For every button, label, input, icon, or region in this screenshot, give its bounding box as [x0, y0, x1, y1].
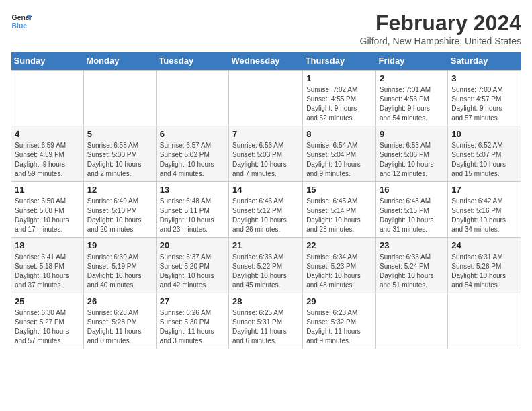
day-info: Sunrise: 6:43 AM Sunset: 5:15 PM Dayligh… [380, 197, 444, 234]
day-number: 3 [451, 73, 517, 83]
calendar-cell: 23Sunrise: 6:33 AM Sunset: 5:24 PM Dayli… [375, 238, 447, 293]
calendar-cell: 6Sunrise: 6:57 AM Sunset: 5:02 PM Daylig… [156, 126, 228, 182]
calendar-cell: 11Sunrise: 6:50 AM Sunset: 5:08 PM Dayli… [11, 182, 84, 238]
day-info: Sunrise: 6:33 AM Sunset: 5:24 PM Dayligh… [380, 253, 444, 290]
calendar-cell: 25Sunrise: 6:30 AM Sunset: 5:27 PM Dayli… [11, 293, 84, 349]
day-number: 2 [380, 73, 444, 83]
day-number: 20 [160, 240, 225, 250]
header-tuesday: Tuesday [156, 52, 228, 71]
subtitle: Gilford, New Hampshire, United States [360, 36, 521, 46]
calendar-cell: 7Sunrise: 6:56 AM Sunset: 5:03 PM Daylig… [229, 126, 303, 182]
calendar-cell [229, 71, 303, 126]
calendar-cell: 15Sunrise: 6:45 AM Sunset: 5:14 PM Dayli… [303, 182, 376, 238]
day-info: Sunrise: 6:34 AM Sunset: 5:23 PM Dayligh… [306, 253, 372, 290]
day-info: Sunrise: 6:36 AM Sunset: 5:22 PM Dayligh… [232, 253, 299, 290]
day-info: Sunrise: 7:00 AM Sunset: 4:57 PM Dayligh… [451, 85, 517, 123]
day-info: Sunrise: 6:56 AM Sunset: 5:03 PM Dayligh… [232, 141, 299, 179]
day-number: 25 [15, 296, 80, 306]
day-number: 13 [160, 185, 225, 195]
calendar-cell: 19Sunrise: 6:39 AM Sunset: 5:19 PM Dayli… [83, 238, 156, 293]
day-info: Sunrise: 6:54 AM Sunset: 5:04 PM Dayligh… [306, 141, 372, 179]
day-number: 11 [15, 185, 80, 195]
week-row-2: 4Sunrise: 6:59 AM Sunset: 4:59 PM Daylig… [11, 126, 521, 182]
day-info: Sunrise: 6:26 AM Sunset: 5:30 PM Dayligh… [160, 308, 225, 346]
day-info: Sunrise: 6:25 AM Sunset: 5:31 PM Dayligh… [232, 308, 299, 346]
day-number: 10 [451, 129, 517, 139]
day-number: 17 [451, 185, 517, 195]
calendar-cell: 17Sunrise: 6:42 AM Sunset: 5:16 PM Dayli… [448, 182, 521, 238]
day-number: 24 [451, 240, 517, 250]
day-info: Sunrise: 6:49 AM Sunset: 5:10 PM Dayligh… [87, 197, 152, 234]
day-number: 4 [15, 129, 80, 139]
calendar-cell: 9Sunrise: 6:53 AM Sunset: 5:06 PM Daylig… [375, 126, 447, 182]
calendar-cell [83, 71, 156, 126]
title-area: February 2024 Gilford, New Hampshire, Un… [360, 11, 521, 46]
header-row: SundayMondayTuesdayWednesdayThursdayFrid… [11, 52, 521, 71]
day-info: Sunrise: 6:23 AM Sunset: 5:32 PM Dayligh… [306, 308, 372, 346]
week-row-4: 18Sunrise: 6:41 AM Sunset: 5:18 PM Dayli… [11, 238, 521, 293]
calendar-cell: 8Sunrise: 6:54 AM Sunset: 5:04 PM Daylig… [303, 126, 376, 182]
day-info: Sunrise: 6:53 AM Sunset: 5:06 PM Dayligh… [380, 141, 444, 179]
day-info: Sunrise: 6:39 AM Sunset: 5:19 PM Dayligh… [87, 253, 152, 290]
day-number: 29 [306, 296, 372, 306]
day-info: Sunrise: 6:42 AM Sunset: 5:16 PM Dayligh… [451, 197, 517, 234]
day-info: Sunrise: 6:50 AM Sunset: 5:08 PM Dayligh… [15, 197, 80, 234]
day-info: Sunrise: 6:45 AM Sunset: 5:14 PM Dayligh… [306, 197, 372, 234]
day-number: 5 [87, 129, 152, 139]
header-monday: Monday [83, 52, 156, 71]
day-number: 26 [87, 296, 152, 306]
calendar-cell [375, 293, 447, 349]
day-number: 19 [87, 240, 152, 250]
main-title: February 2024 [360, 11, 521, 36]
day-info: Sunrise: 6:59 AM Sunset: 4:59 PM Dayligh… [15, 141, 80, 179]
day-info: Sunrise: 6:31 AM Sunset: 5:26 PM Dayligh… [451, 253, 517, 290]
week-row-1: 1Sunrise: 7:02 AM Sunset: 4:55 PM Daylig… [11, 71, 521, 126]
calendar-cell: 16Sunrise: 6:43 AM Sunset: 5:15 PM Dayli… [375, 182, 447, 238]
day-info: Sunrise: 6:48 AM Sunset: 5:11 PM Dayligh… [160, 197, 225, 234]
day-number: 28 [232, 296, 299, 306]
calendar-table: SundayMondayTuesdayWednesdayThursdayFrid… [11, 52, 521, 349]
day-info: Sunrise: 6:58 AM Sunset: 5:00 PM Dayligh… [87, 141, 152, 179]
calendar-cell: 13Sunrise: 6:48 AM Sunset: 5:11 PM Dayli… [156, 182, 228, 238]
logo: General Blue [11, 11, 32, 32]
logo-icon: General Blue [11, 11, 32, 32]
week-row-5: 25Sunrise: 6:30 AM Sunset: 5:27 PM Dayli… [11, 293, 521, 349]
calendar-cell: 14Sunrise: 6:46 AM Sunset: 5:12 PM Dayli… [229, 182, 303, 238]
day-info: Sunrise: 6:52 AM Sunset: 5:07 PM Dayligh… [451, 141, 517, 179]
calendar-cell [156, 71, 228, 126]
header-thursday: Thursday [303, 52, 376, 71]
calendar-cell: 12Sunrise: 6:49 AM Sunset: 5:10 PM Dayli… [83, 182, 156, 238]
calendar-cell: 29Sunrise: 6:23 AM Sunset: 5:32 PM Dayli… [303, 293, 376, 349]
day-info: Sunrise: 6:30 AM Sunset: 5:27 PM Dayligh… [15, 308, 80, 346]
day-number: 27 [160, 296, 225, 306]
day-number: 7 [232, 129, 299, 139]
calendar-cell: 24Sunrise: 6:31 AM Sunset: 5:26 PM Dayli… [448, 238, 521, 293]
day-number: 1 [306, 73, 372, 83]
day-number: 9 [380, 129, 444, 139]
day-info: Sunrise: 7:01 AM Sunset: 4:56 PM Dayligh… [380, 85, 444, 123]
day-info: Sunrise: 7:02 AM Sunset: 4:55 PM Dayligh… [306, 85, 372, 123]
header-sunday: Sunday [11, 52, 84, 71]
calendar-cell: 4Sunrise: 6:59 AM Sunset: 4:59 PM Daylig… [11, 126, 84, 182]
day-number: 6 [160, 129, 225, 139]
week-row-3: 11Sunrise: 6:50 AM Sunset: 5:08 PM Dayli… [11, 182, 521, 238]
calendar-cell: 5Sunrise: 6:58 AM Sunset: 5:00 PM Daylig… [83, 126, 156, 182]
calendar-cell [11, 71, 84, 126]
calendar-cell: 3Sunrise: 7:00 AM Sunset: 4:57 PM Daylig… [448, 71, 521, 126]
day-number: 8 [306, 129, 372, 139]
header-saturday: Saturday [448, 52, 521, 71]
calendar-cell: 28Sunrise: 6:25 AM Sunset: 5:31 PM Dayli… [229, 293, 303, 349]
day-number: 23 [380, 240, 444, 250]
header-friday: Friday [375, 52, 447, 71]
calendar-cell: 1Sunrise: 7:02 AM Sunset: 4:55 PM Daylig… [303, 71, 376, 126]
calendar-cell: 22Sunrise: 6:34 AM Sunset: 5:23 PM Dayli… [303, 238, 376, 293]
day-info: Sunrise: 6:57 AM Sunset: 5:02 PM Dayligh… [160, 141, 225, 179]
calendar-cell: 20Sunrise: 6:37 AM Sunset: 5:20 PM Dayli… [156, 238, 228, 293]
day-number: 16 [380, 185, 444, 195]
day-number: 14 [232, 185, 299, 195]
calendar-cell: 2Sunrise: 7:01 AM Sunset: 4:56 PM Daylig… [375, 71, 447, 126]
calendar-cell: 27Sunrise: 6:26 AM Sunset: 5:30 PM Dayli… [156, 293, 228, 349]
day-info: Sunrise: 6:28 AM Sunset: 5:28 PM Dayligh… [87, 308, 152, 346]
day-info: Sunrise: 6:46 AM Sunset: 5:12 PM Dayligh… [232, 197, 299, 234]
day-number: 15 [306, 185, 372, 195]
